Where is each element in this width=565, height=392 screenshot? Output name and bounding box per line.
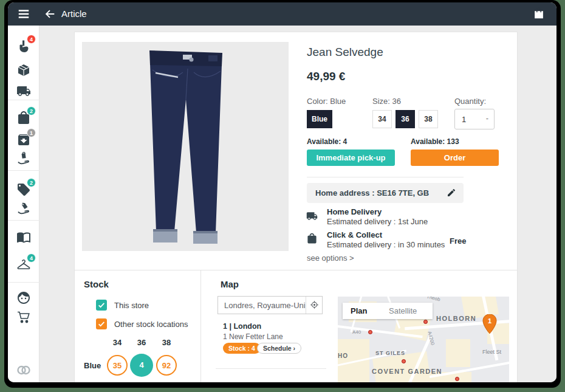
divider <box>200 270 201 382</box>
badge-count: 1 <box>27 128 36 137</box>
quantity-select[interactable]: 1 - <box>454 109 495 129</box>
edit-address-icon[interactable] <box>447 188 456 198</box>
store-result-name[interactable]: 1 | London <box>223 322 261 331</box>
order-availability: Available: 133 <box>411 137 459 146</box>
stock-count-38[interactable]: 92 <box>156 355 177 376</box>
order-button[interactable]: Order <box>411 150 499 166</box>
divider <box>216 368 326 369</box>
map-label-fleet-st: Fleet St <box>482 349 501 355</box>
stock-count-36[interactable]: 4 <box>130 354 153 377</box>
stock-size-header: 34 <box>107 338 128 347</box>
map-satellite-tab[interactable]: Satellite <box>389 306 417 315</box>
left-sidebar: 4 2 1 2 <box>8 26 39 382</box>
home-address-box: Home address : SE16 7TE, GB <box>307 183 464 203</box>
map-station-dot <box>402 359 406 363</box>
size-option-36[interactable]: 36 <box>396 110 415 128</box>
pickup-availability: Available: 4 <box>307 137 347 146</box>
basket-icon[interactable] <box>532 7 546 21</box>
app-window: Article 4 2 1 2 <box>8 2 556 382</box>
quantity-label: Quantity: <box>454 97 486 106</box>
this-store-checkbox[interactable] <box>96 300 107 311</box>
product-image <box>82 42 289 251</box>
svg-text:1: 1 <box>488 317 491 325</box>
bag-icon <box>306 233 318 244</box>
stock-size-header: 36 <box>131 338 152 347</box>
quantity-value: 1 <box>462 115 466 124</box>
badge-count: 2 <box>27 178 36 187</box>
stock-count-34[interactable]: 35 <box>107 355 128 376</box>
map-station-dot <box>423 320 428 324</box>
product-price: 49,99 € <box>307 70 345 83</box>
checkbox-label: This store <box>114 301 149 310</box>
store-stock-badge: Stock : 4 <box>223 343 261 354</box>
map-title: Map <box>221 279 239 289</box>
truck-icon <box>306 210 318 222</box>
sidebar-divider <box>8 100 39 100</box>
back-arrow-icon[interactable] <box>43 7 56 21</box>
sidebar-item-shopping-bag[interactable]: 2 <box>16 111 31 125</box>
sidebar-divider <box>8 282 39 283</box>
sidebar-item-tap[interactable]: 4 <box>16 39 31 53</box>
map-label-theobalds-partial: Theob <box>426 297 440 303</box>
article-card: Jean Selvedge 49,99 € Color: Blue Size: … <box>74 32 518 382</box>
sidebar-item-package[interactable] <box>16 63 31 78</box>
badge-count: 4 <box>27 35 36 44</box>
map-label-a40: A40 <box>352 329 361 335</box>
sidebar-item-book[interactable] <box>16 230 31 244</box>
locate-icon[interactable] <box>306 297 322 314</box>
delivery-option-title: Home Delivery <box>327 207 382 216</box>
map-type-control: Plan Satellite <box>343 303 433 319</box>
sidebar-item-hanger[interactable]: 4 <box>16 258 31 272</box>
jeans-illustration <box>148 50 224 244</box>
sidebar-item-hand-bag[interactable] <box>16 152 31 167</box>
menu-icon[interactable] <box>17 7 30 21</box>
size-option-38[interactable]: 38 <box>419 110 438 128</box>
product-title: Jean Selvedge <box>307 46 383 59</box>
map-area-shape <box>446 339 470 367</box>
map-station-dot <box>368 330 372 334</box>
map-marker-1[interactable]: 1 <box>482 314 497 334</box>
stock-title: Stock <box>84 279 109 289</box>
size-option-34[interactable]: 34 <box>372 110 392 128</box>
store-result-address: 1 New Fetter Lane <box>223 332 283 341</box>
sidebar-item-hand-tag[interactable] <box>16 202 31 216</box>
divider <box>75 270 517 270</box>
map-search-input[interactable] <box>218 297 306 314</box>
map-label-soho-partial: HO <box>338 352 348 359</box>
sidebar-divider <box>8 220 39 221</box>
main-content: Jean Selvedge 49,99 € Color: Blue Size: … <box>39 26 556 382</box>
page-title: Article <box>61 9 87 19</box>
sidebar-item-face[interactable] <box>16 291 31 305</box>
map-search-box <box>217 296 323 314</box>
map-label-st-giles: ST GILES <box>375 350 405 356</box>
delivery-option-subtitle: Estimated delivery : 1st June <box>327 217 428 226</box>
delivery-option-subtitle: Estimated delivery : in 30 minutes <box>327 240 445 249</box>
map-label-holborn: HOLBORN <box>436 315 476 322</box>
sidebar-divider <box>8 170 39 171</box>
divider <box>307 177 464 177</box>
other-locations-checkbox[interactable] <box>96 318 107 329</box>
top-bar: Article <box>8 2 556 26</box>
sidebar-item-tag[interactable]: 2 <box>16 182 31 197</box>
delivery-price: Free <box>450 236 466 246</box>
app-logo-icon <box>16 363 32 377</box>
map-plan-tab[interactable]: Plan <box>351 306 367 315</box>
checkbox-label: Other stock locations <box>114 320 188 329</box>
stock-size-header: 38 <box>156 338 177 347</box>
see-options-link[interactable]: see options > <box>307 253 354 263</box>
immediate-pickup-button[interactable]: Immediate pick-up <box>307 150 395 166</box>
sidebar-item-cart[interactable] <box>16 310 31 325</box>
stock-row-label: Blue <box>84 361 101 370</box>
color-option-blue[interactable]: Blue <box>307 110 332 128</box>
delivery-option-title: Click & Collect <box>327 230 382 239</box>
size-label: Size: 36 <box>372 97 401 106</box>
map-label-covent-garden: COVENT GARDEN <box>372 368 442 375</box>
map-station-dot <box>455 377 459 381</box>
home-address-text: Home address : SE16 7TE, GB <box>315 188 429 198</box>
sidebar-item-inbox[interactable]: 1 <box>16 132 31 147</box>
map-canvas[interactable]: HOLBORN ST GILES COVENT GARDEN Fleet St … <box>338 297 509 382</box>
store-schedule-button[interactable]: Schedule › <box>257 343 301 354</box>
select-caret-icon: - <box>486 114 488 123</box>
badge-count: 4 <box>27 253 36 263</box>
sidebar-item-truck[interactable] <box>16 84 31 98</box>
